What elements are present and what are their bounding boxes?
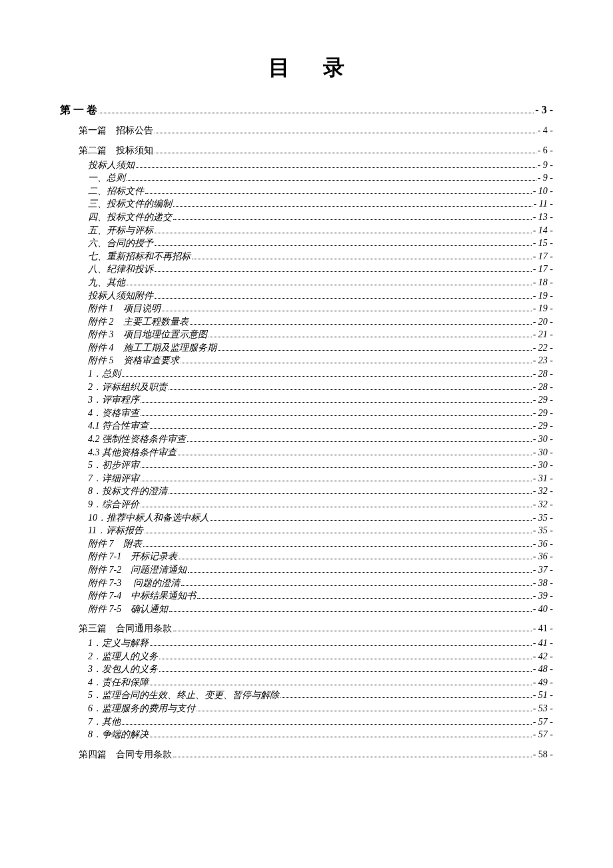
toc-entry: 八、纪律和投诉- 17 - [60, 263, 553, 276]
toc-entry: 1．总则- 28 - [60, 367, 553, 381]
toc-leader-dots [173, 206, 532, 207]
toc-leader-dots [150, 685, 532, 685]
toc-entry: 4.1 符合性审查- 29 - [60, 419, 553, 433]
toc-entry-label: 六、合同的授予 [88, 237, 153, 250]
toc-entry-page: - 58 - [533, 748, 553, 761]
toc-entry: 7．其他- 57 - [60, 715, 553, 729]
toc-entry-page: - 51 - [533, 689, 553, 702]
toc-entry-label: 8．投标文件的澄清 [88, 485, 167, 498]
toc-entry-page: - 29 - [533, 393, 553, 407]
toc-leader-dots [209, 337, 532, 337]
toc-entry: 二、招标文件- 10 - [60, 185, 553, 198]
toc-entry: 附件 5 资格审查要求- 23 - [60, 354, 553, 367]
toc-entry-page: - 57 - [533, 728, 553, 741]
toc-leader-dots [155, 153, 536, 153]
toc-entry-label: 第 一 卷 [60, 103, 97, 117]
toc-leader-dots [173, 219, 532, 220]
toc-leader-dots [122, 376, 532, 377]
toc-entry: 9．综合评价- 32 - [60, 498, 553, 511]
toc-entry-page: - 9 - [538, 171, 553, 185]
toc-entry-label: 附件 2 主要工程数量表 [88, 315, 189, 329]
table-of-contents: 第 一 卷- 3 -第一篇 招标公告- 4 -第二篇 投标须知- 6 -投标人须… [60, 103, 553, 761]
toc-entry-label: 第二篇 投标须知 [79, 144, 153, 157]
toc-leader-dots [122, 724, 532, 725]
toc-entry-page: - 32 - [533, 485, 553, 498]
toc-entry-page: - 30 - [533, 433, 553, 446]
toc-entry-page: - 36 - [533, 550, 553, 563]
toc-entry-label: 一、总则 [88, 171, 125, 185]
toc-leader-dots [145, 193, 532, 194]
toc-entry: 四、投标文件的递交- 13 - [60, 211, 553, 224]
toc-entry-page: - 29 - [533, 419, 553, 433]
toc-entry: 10．推荐中标人和备选中标人- 35 - [60, 511, 553, 525]
toc-leader-dots [127, 180, 536, 181]
toc-entry-label: 4．责任和保障 [88, 676, 149, 689]
toc-entry-page: - 15 - [533, 237, 553, 250]
toc-entry-label: 附件 7-4 中标结果通知书 [88, 589, 196, 603]
toc-leader-dots [155, 133, 536, 133]
toc-entry-label: 第四篇 合同专用条款 [79, 748, 172, 761]
toc-entry-label: 投标人须知 [88, 159, 135, 172]
toc-leader-dots [136, 167, 536, 168]
toc-entry: 2．评标组织及职责- 28 - [60, 381, 553, 394]
toc-entry-label: 2．监理人的义务 [88, 650, 158, 663]
toc-leader-dots [150, 428, 532, 429]
toc-entry-label: 5．初步评审 [88, 459, 139, 472]
toc-entry-label: 10．推荐中标人和备选中标人 [88, 511, 209, 525]
toc-entry-label: 4.2 强制性资格条件审查 [88, 433, 186, 446]
toc-leader-dots [211, 520, 532, 521]
toc-leader-dots [141, 467, 532, 468]
toc-entry-page: - 29 - [533, 407, 553, 420]
toc-entry-page: - 19 - [533, 302, 553, 315]
toc-entry: 附件 7 附表- 36 - [60, 537, 553, 551]
toc-leader-dots [197, 598, 532, 599]
toc-entry-page: - 19 - [533, 289, 553, 303]
toc-entry-label: 四、投标文件的递交 [88, 211, 172, 224]
toc-entry: 附件 3 项目地理位置示意图- 21 - [60, 328, 553, 341]
toc-entry: 第三篇 合同通用条款- 41 - [60, 622, 553, 635]
toc-entry: 8．争端的解决- 57 - [60, 728, 553, 741]
toc-entry-page: - 35 - [533, 524, 553, 537]
toc-entry: 3．评审程序- 29 - [60, 393, 553, 407]
toc-entry-label: 附件 7-2 问题澄清通知 [88, 563, 187, 577]
toc-entry: 7．详细评审- 31 - [60, 472, 553, 485]
toc-entry: 附件 7-3 问题的澄清- 38 - [60, 577, 553, 590]
toc-leader-dots [218, 350, 532, 351]
toc-entry: 8．投标文件的澄清- 32 - [60, 485, 553, 498]
toc-entry: 投标人须知附件- 19 - [60, 289, 553, 303]
toc-entry-page: - 41 - [533, 622, 553, 635]
toc-entry: 七、重新招标和不再招标- 17 - [60, 250, 553, 263]
toc-entry: 4.2 强制性资格条件审查- 30 - [60, 433, 553, 446]
toc-entry: 附件 4 施工工期及监理服务期- 22 - [60, 341, 553, 355]
toc-entry: 第 一 卷- 3 - [60, 103, 553, 117]
toc-entry-page: - 3 - [535, 103, 553, 117]
toc-leader-dots [127, 285, 532, 285]
toc-entry: 11．评标报告- 35 - [60, 524, 553, 537]
toc-entry-page: - 4 - [538, 124, 553, 137]
toc-leader-dots [179, 559, 532, 559]
toc-entry: 投标人须知- 9 - [60, 159, 553, 172]
toc-leader-dots [197, 711, 532, 711]
toc-leader-dots [169, 493, 532, 494]
toc-entry-label: 2．评标组织及职责 [88, 381, 167, 394]
toc-entry-page: - 23 - [533, 354, 553, 367]
toc-entry-page: - 10 - [533, 185, 553, 198]
toc-leader-dots [181, 363, 532, 363]
toc-entry-label: 附件 5 资格审查要求 [88, 354, 179, 367]
toc-entry-page: - 14 - [533, 224, 553, 237]
toc-leader-dots [150, 737, 532, 737]
toc-leader-dots [155, 245, 532, 246]
toc-entry-page: - 13 - [533, 211, 553, 224]
toc-entry: 附件 7-2 问题澄清通知- 37 - [60, 563, 553, 577]
toc-entry-page: - 57 - [533, 715, 553, 729]
toc-entry-page: - 48 - [533, 663, 553, 676]
toc-leader-dots [178, 455, 532, 455]
toc-entry-label: 9．综合评价 [88, 498, 139, 511]
toc-entry-page: - 21 - [533, 328, 553, 341]
toc-entry-label: 1．定义与解释 [88, 637, 149, 650]
toc-entry-page: - 28 - [533, 381, 553, 394]
toc-leader-dots [162, 311, 532, 311]
toc-entry-label: 11．评标报告 [88, 524, 143, 537]
toc-leader-dots [145, 533, 532, 533]
toc-entry-label: 3．评审程序 [88, 393, 139, 407]
